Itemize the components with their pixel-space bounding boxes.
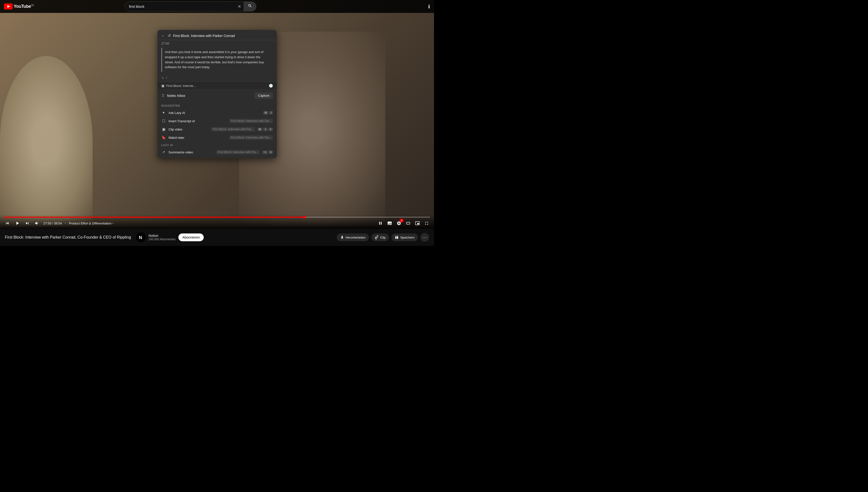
notes-section: 🗒 Notes Inbox Capture <box>158 90 277 101</box>
youtube-logo-icon <box>4 3 13 9</box>
skip-forward-icon <box>25 221 30 226</box>
person-left <box>0 56 93 226</box>
subtitles-icon <box>387 221 392 226</box>
bottom-bar: First Block: Interview with Parker Conra… <box>0 229 434 246</box>
bottom-actions: Herunterladen Clip Speichern ⋯ <box>337 233 429 242</box>
clip-video-shortcut: ⌘⇧C <box>257 128 273 131</box>
svg-text:N: N <box>139 235 142 240</box>
sparkle-icon: ✦ <box>161 110 166 115</box>
clip-video-label: Clip video <box>169 128 208 131</box>
popup-title: First Block: Interview with Parker Conra… <box>173 34 235 38</box>
theater-mode-button[interactable] <box>405 220 412 227</box>
settings-badge: 9 <box>400 219 403 222</box>
skip-back-button[interactable] <box>4 220 11 227</box>
channel-avatar[interactable]: N <box>136 232 146 242</box>
controls-row: 27:50 / 39:54 • Product Effort & Differe… <box>4 220 430 227</box>
popup-file-row: ▣ First Block: Intervie... 🕐 <box>158 81 277 90</box>
play-pause-button[interactable] <box>14 220 21 227</box>
channel-info: N Notion 240.000 Abonnenten Abonnieren <box>136 232 204 242</box>
lazy-ai-heading: LAZY AI <box>158 142 277 148</box>
play-icon <box>15 221 20 226</box>
popup-header: ← ↺ First Block: Interview with Parker C… <box>158 30 277 40</box>
channel-name: Notion <box>149 234 176 238</box>
popup-file-clock-icon: 🕐 <box>269 84 273 88</box>
watch-later-label: Watch later <box>169 136 226 140</box>
time-separator: • <box>65 222 66 225</box>
more-actions-button[interactable]: ⋯ <box>420 233 429 242</box>
watch-later-sub: First Block: Interview with Par... <box>229 136 273 140</box>
channel-subscribers: 240.000 Abonnenten <box>149 238 176 241</box>
chapter-label: Product Effort & Differentiation <box>69 222 112 225</box>
chapter-arrow-icon: › <box>113 222 114 225</box>
summarize-video-shortcut: ⌥S <box>262 150 273 154</box>
summarize-video-label: Summarize video <box>169 150 213 154</box>
controls-right: 9 <box>377 220 430 227</box>
pip-icon <box>415 221 420 226</box>
chapter-display[interactable]: Product Effort & Differentiation › <box>69 222 114 225</box>
progress-bar-thumb <box>303 216 306 219</box>
search-clear-icon[interactable]: ✕ <box>235 4 244 9</box>
channel-text: Notion 240.000 Abonnenten <box>149 234 176 241</box>
subtitles-button[interactable] <box>386 220 393 227</box>
pause-icon-right <box>378 221 383 226</box>
download-button[interactable]: Herunterladen <box>337 233 369 241</box>
volume-icon <box>34 221 40 226</box>
insert-transcript-label: Insert Transcript of <box>169 119 226 123</box>
settings-button-container: 9 <box>396 220 402 227</box>
suggest-ask-lazy-ai[interactable]: ✦ Ask Lazy AI ⌘J <box>158 108 277 117</box>
info-icon[interactable]: ℹ <box>428 4 430 9</box>
popup-card: ← ↺ First Block: Interview with Parker C… <box>158 30 277 158</box>
reply-icon: ↳ <box>161 76 164 80</box>
youtube-locale: DE <box>31 4 34 6</box>
search-bar[interactable]: ✕ <box>125 1 256 11</box>
fullscreen-button[interactable] <box>423 220 430 227</box>
skip-back-icon <box>5 221 10 226</box>
video-title: First Block: Interview with Parker Conra… <box>5 235 131 240</box>
search-icon <box>248 4 252 8</box>
search-submit-button[interactable] <box>244 2 256 11</box>
notes-icon: 🗒 <box>161 94 165 98</box>
clip-video-sub: First Block: Interview with Par... <box>211 127 255 131</box>
popup-timestamp: 27:50 <box>158 40 277 47</box>
pause-button-right[interactable] <box>377 220 384 227</box>
insert-transcript-sub: First Block: Interview with Par... <box>229 119 273 123</box>
more-dots-icon: ⋯ <box>423 235 427 240</box>
skip-forward-button[interactable] <box>24 220 31 227</box>
popup-rotate-icon: ↺ <box>168 33 171 38</box>
save-button[interactable]: Speichern <box>391 233 418 241</box>
summarize-video-sub: First Block: Interview with Par... <box>216 150 260 154</box>
suggest-summarize-video[interactable]: ↗ Summarize video First Block: Interview… <box>158 148 277 156</box>
subscribe-button[interactable]: Abonnieren <box>179 233 204 241</box>
bookmark-icon: 🔖 <box>161 136 166 140</box>
suggest-clip-video[interactable]: ▣ Clip video First Block: Interview with… <box>158 125 277 133</box>
popup-file-name: First Block: Intervie... <box>166 84 267 88</box>
arrow-icon: ↗ <box>161 150 166 154</box>
clip-button[interactable]: Clip <box>371 233 389 241</box>
suggest-watch-later[interactable]: 🔖 Watch later First Block: Interview wit… <box>158 133 277 142</box>
time-display: 27:50 / 39:54 <box>43 222 62 225</box>
popup-back-button[interactable]: ← <box>161 33 165 38</box>
suggested-section: SUGGESTED ✦ Ask Lazy AI ⌘J ☐ Insert Tran… <box>158 101 277 158</box>
save-icon <box>395 236 399 239</box>
volume-button[interactable] <box>33 220 41 227</box>
progress-bar-fill <box>4 217 304 218</box>
topbar-right: ℹ <box>428 4 430 9</box>
fullscreen-icon <box>424 221 429 226</box>
pip-button[interactable] <box>414 220 421 227</box>
topbar: YouTubeDE ✕ ℹ <box>0 0 434 13</box>
progress-bar[interactable] <box>4 217 430 218</box>
file-icon: ▣ <box>161 84 164 88</box>
clip-icon-btn <box>375 236 379 239</box>
youtube-logo[interactable]: YouTubeDE <box>4 3 34 9</box>
search-input[interactable] <box>125 2 235 10</box>
notes-label: Notes Inbox <box>167 94 255 98</box>
download-icon <box>340 236 344 239</box>
popup-quote: And then you took it home and assembled … <box>161 48 273 72</box>
ask-lazy-ai-shortcut: ⌘J <box>263 111 273 115</box>
popup-slash-input[interactable]: ↳ / <box>158 75 277 81</box>
controls-bar: 27:50 / 39:54 • Product Effort & Differe… <box>0 215 434 229</box>
suggest-insert-transcript[interactable]: ☐ Insert Transcript of First Block: Inte… <box>158 117 277 125</box>
suggested-heading: SUGGESTED <box>158 103 277 108</box>
capture-button[interactable]: Capture <box>255 92 273 99</box>
notion-logo: N <box>137 234 144 241</box>
